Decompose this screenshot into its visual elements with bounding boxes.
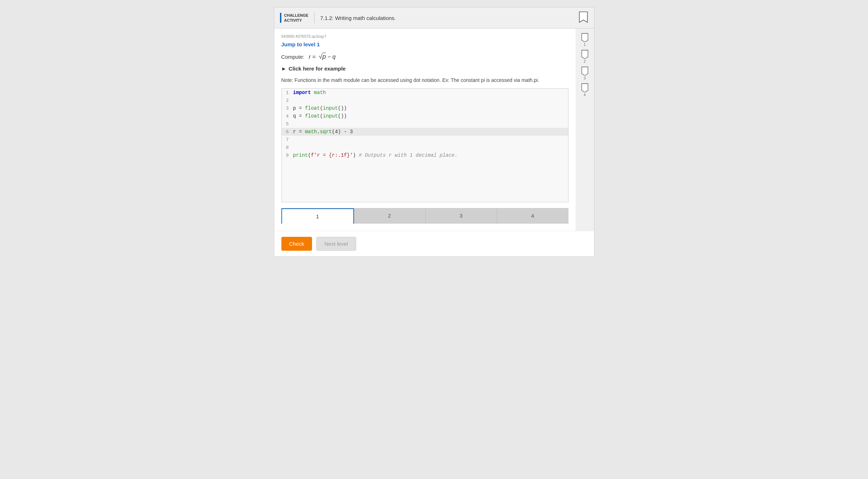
code-line-3: 3 p = float(input())	[282, 104, 568, 112]
challenge-label: CHALLENGE ACTIVITY	[280, 13, 308, 23]
code-line-8: 8	[282, 144, 568, 151]
tab-4[interactable]: 4	[497, 208, 568, 224]
level-badge-num-3: 3	[584, 76, 586, 80]
level-badge-2[interactable]: 2	[581, 50, 589, 63]
check-button[interactable]: Check	[281, 237, 312, 251]
question-id: 543900.4076570.qx3zqy7	[281, 34, 568, 38]
code-editor[interactable]: 1 import math 2 3 p = float(input()) 4 q…	[281, 88, 568, 202]
example-toggle-label: Click here for example	[289, 66, 345, 72]
tab-1[interactable]: 1	[281, 208, 354, 224]
tabs-bar: 1 2 3 4	[281, 208, 568, 224]
header-title: 7.1.2: Writing math calculations.	[320, 15, 573, 21]
level-badge-4[interactable]: 4	[581, 83, 589, 97]
jump-to-level-link[interactable]: Jump to level 1	[281, 41, 320, 47]
formula: r = √p − q	[309, 54, 336, 60]
level-badge-num-4: 4	[584, 93, 586, 97]
header-bookmark-icon[interactable]	[578, 11, 588, 25]
level-badge-1[interactable]: 1	[581, 33, 589, 47]
code-line-5: 5	[282, 120, 568, 128]
tab-2[interactable]: 2	[354, 208, 426, 224]
code-line-4: 4 q = float(input())	[282, 112, 568, 120]
content-wrapper: 543900.4076570.qx3zqy7 Jump to level 1 C…	[274, 28, 594, 231]
code-line-9: 9 print(f'r = {r:.1f}') # Outputs r with…	[282, 151, 568, 159]
level-badge-num-2: 2	[584, 59, 586, 63]
main-container: CHALLENGE ACTIVITY 7.1.2: Writing math c…	[274, 7, 594, 257]
code-line-2: 2	[282, 97, 568, 104]
code-line-7: 7	[282, 136, 568, 144]
level-badge-num-1: 1	[584, 43, 586, 47]
header-divider	[314, 12, 315, 23]
content-main: 543900.4076570.qx3zqy7 Jump to level 1 C…	[274, 28, 576, 231]
bottom-actions: Check Next level	[274, 231, 594, 256]
tab-3[interactable]: 3	[426, 208, 497, 224]
example-toggle[interactable]: ► Click here for example	[281, 66, 568, 72]
note-text: Note: Functions in the math module can b…	[281, 77, 568, 84]
code-line-1: 1 import math	[282, 89, 568, 97]
right-sidebar: 1 2 3 4	[576, 28, 594, 231]
header: CHALLENGE ACTIVITY 7.1.2: Writing math c…	[274, 7, 594, 28]
level-badge-3[interactable]: 3	[581, 66, 589, 80]
compute-label: Compute: r = √p − q	[281, 53, 568, 61]
next-level-button[interactable]: Next level	[316, 237, 356, 251]
code-line-6: 6 r = math.sqrt(4) - 3	[282, 128, 568, 136]
code-editor-filler	[282, 159, 568, 202]
